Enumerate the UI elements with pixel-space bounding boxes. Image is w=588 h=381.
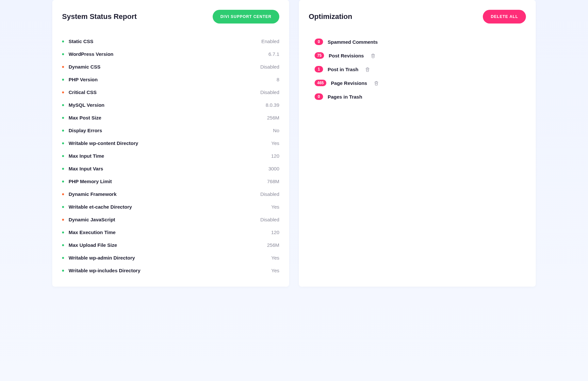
status-item-value: Yes	[271, 255, 279, 261]
status-item: Critical CSSDisabled	[62, 86, 279, 99]
status-item-left: PHP Version	[62, 77, 98, 82]
status-item: Writable wp-content DirectoryYes	[62, 137, 279, 150]
optimization-item: 465Page Revisions	[315, 76, 526, 90]
delete-all-button[interactable]: DELETE ALL	[483, 10, 526, 24]
status-item-left: Max Input Time	[62, 153, 104, 159]
status-item-value: Enabled	[261, 39, 279, 44]
status-item-value: 120	[271, 230, 279, 235]
status-item: WordPress Version6.7.1	[62, 48, 279, 60]
status-item: Display ErrorsNo	[62, 124, 279, 137]
status-item-left: Display Errors	[62, 128, 102, 133]
optimization-item-label: Pages in Trash	[328, 94, 362, 100]
status-item-left: Max Input Vars	[62, 166, 103, 171]
status-item-left: PHP Memory Limit	[62, 179, 112, 184]
status-item-label: Dynamic CSS	[69, 64, 101, 70]
optimization-item: 0Pages in Trash	[315, 90, 526, 103]
optimization-item-label: Spammed Comments	[328, 39, 378, 45]
status-item-value: Yes	[271, 140, 279, 146]
status-item-value: Disabled	[260, 64, 279, 70]
status-item: Max Input Time120	[62, 150, 279, 162]
status-item-left: Writable wp-content Directory	[62, 140, 138, 146]
status-item-left: Dynamic CSS	[62, 64, 101, 70]
status-item-left: Writable wp-admin Directory	[62, 255, 135, 261]
status-item: Writable wp-admin DirectoryYes	[62, 251, 279, 264]
status-item-left: Writable wp-includes Directory	[62, 268, 140, 273]
count-badge: 1	[315, 66, 323, 72]
status-item-label: Writable wp-includes Directory	[69, 268, 140, 273]
status-item-left: Dynamic JavaScript	[62, 217, 115, 222]
status-item-left: Critical CSS	[62, 89, 97, 95]
status-item: PHP Version8	[62, 73, 279, 86]
optimization-item: 1Post in Trash	[315, 62, 526, 76]
status-item-value: 3000	[269, 166, 279, 171]
status-list: Static CSSEnabledWordPress Version6.7.1D…	[62, 35, 279, 277]
optimization-item: 75Post Revisions	[315, 49, 526, 62]
status-item-value: Disabled	[260, 89, 279, 95]
status-dot-icon	[62, 130, 64, 132]
trash-icon[interactable]	[365, 67, 370, 72]
status-card-title: System Status Report	[62, 12, 137, 21]
status-item-value: 120	[271, 153, 279, 159]
status-item: PHP Memory Limit768M	[62, 175, 279, 188]
status-item-value: 8	[277, 77, 279, 82]
status-item: Dynamic FrameworkDisabled	[62, 188, 279, 200]
count-badge: 0	[315, 93, 323, 100]
status-item-left: Static CSS	[62, 39, 93, 44]
status-item-label: Critical CSS	[69, 89, 97, 95]
status-dot-icon	[62, 270, 64, 272]
status-item-value: No	[273, 128, 279, 133]
optimization-item-label: Post Revisions	[329, 53, 364, 58]
count-badge: 0	[315, 39, 323, 45]
optimization-item-label: Page Revisions	[331, 80, 367, 86]
status-dot-icon	[62, 168, 64, 170]
status-item: Writable wp-includes DirectoryYes	[62, 264, 279, 277]
status-dot-icon	[62, 66, 64, 68]
status-item-label: WordPress Version	[69, 51, 113, 57]
status-dot-icon	[62, 40, 64, 42]
status-dot-icon	[62, 142, 64, 144]
status-item-label: Max Execution Time	[69, 230, 116, 235]
status-dot-icon	[62, 193, 64, 195]
status-item-value: Disabled	[260, 191, 279, 197]
status-item-label: Display Errors	[69, 128, 102, 133]
trash-icon[interactable]	[374, 80, 379, 86]
trash-icon[interactable]	[370, 53, 376, 58]
status-dot-icon	[62, 117, 64, 119]
status-item-value: 768M	[267, 179, 279, 184]
status-item-value: 8.0.39	[266, 102, 279, 108]
status-item-label: Max Post Size	[69, 115, 101, 120]
status-dot-icon	[62, 244, 64, 246]
status-item-label: Max Input Vars	[69, 166, 103, 171]
status-dot-icon	[62, 206, 64, 208]
status-item-left: WordPress Version	[62, 51, 113, 57]
status-item-label: Max Input Time	[69, 153, 104, 159]
status-item: Max Post Size256M	[62, 111, 279, 124]
status-dot-icon	[62, 231, 64, 233]
divi-support-button[interactable]: DIVI SUPPORT CENTER	[213, 10, 279, 24]
status-dot-icon	[62, 79, 64, 81]
status-item-label: Dynamic JavaScript	[69, 217, 115, 222]
status-item-label: Writable wp-content Directory	[69, 140, 138, 146]
status-dot-icon	[62, 155, 64, 157]
optimization-item-label: Post in Trash	[328, 67, 358, 72]
status-item-label: Static CSS	[69, 39, 93, 44]
status-item: Max Upload File Size256M	[62, 239, 279, 251]
status-item: Writable et-cache DirectoryYes	[62, 200, 279, 213]
count-badge: 75	[315, 52, 324, 59]
status-item-label: PHP Version	[69, 77, 98, 82]
optimization-card: Optimization DELETE ALL 0Spammed Comment…	[299, 0, 536, 287]
status-dot-icon	[62, 91, 64, 93]
status-item-label: Writable wp-admin Directory	[69, 255, 135, 261]
status-item: Static CSSEnabled	[62, 35, 279, 48]
optimization-card-header: Optimization DELETE ALL	[309, 10, 526, 24]
status-item: Max Input Vars3000	[62, 162, 279, 175]
status-item: Max Execution Time120	[62, 226, 279, 239]
status-item-value: Yes	[271, 268, 279, 273]
status-dot-icon	[62, 181, 64, 183]
status-item-label: Writable et-cache Directory	[69, 204, 132, 210]
status-card-header: System Status Report DIVI SUPPORT CENTER	[62, 10, 279, 24]
status-item-left: Dynamic Framework	[62, 191, 117, 197]
status-item-value: Disabled	[260, 217, 279, 222]
status-item-value: 256M	[267, 115, 279, 120]
optimization-card-title: Optimization	[309, 12, 352, 21]
